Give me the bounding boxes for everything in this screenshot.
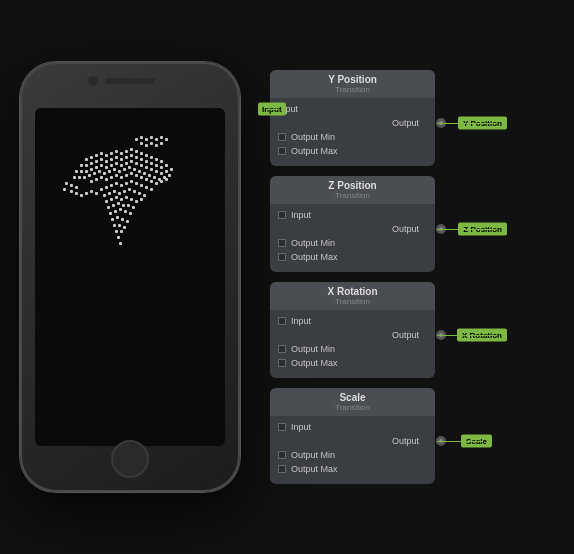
- svg-rect-84: [140, 176, 143, 179]
- scale-min-checkbox[interactable]: [278, 451, 286, 459]
- x-rotation-input-checkbox[interactable]: [278, 317, 286, 325]
- z-position-min-checkbox[interactable]: [278, 239, 286, 247]
- z-position-row-min: Output Min: [278, 238, 427, 248]
- svg-rect-34: [75, 170, 78, 173]
- x-rotation-row-min: Output Min: [278, 344, 427, 354]
- svg-rect-140: [65, 182, 68, 185]
- z-position-input-label: Input: [291, 210, 311, 220]
- x-rotation-output-text: Output: [392, 330, 419, 340]
- svg-rect-124: [109, 212, 112, 215]
- x-rotation-min-checkbox[interactable]: [278, 345, 286, 353]
- svg-rect-82: [130, 172, 133, 175]
- svg-rect-27: [135, 156, 138, 159]
- x-rotation-input-row: Input: [278, 316, 427, 326]
- svg-rect-58: [93, 172, 96, 175]
- z-position-subtitle: Transition: [278, 191, 427, 200]
- svg-rect-108: [138, 192, 141, 195]
- x-rotation-output-line: [437, 335, 497, 336]
- svg-rect-95: [125, 182, 128, 185]
- svg-rect-7: [120, 152, 123, 155]
- scale-body: Input Output Scale Output Min Output Max: [270, 416, 435, 484]
- svg-rect-138: [117, 236, 120, 239]
- svg-rect-145: [80, 194, 83, 197]
- svg-rect-91: [105, 186, 108, 189]
- svg-rect-11: [140, 152, 143, 155]
- svg-rect-59: [98, 170, 101, 173]
- svg-rect-112: [115, 196, 118, 199]
- scale-row-min: Output Min: [278, 450, 427, 460]
- scale-max-checkbox[interactable]: [278, 465, 286, 473]
- nodes-container: Y Position Transition Input Input Output: [270, 70, 435, 484]
- svg-rect-142: [75, 186, 78, 189]
- svg-rect-147: [90, 190, 93, 193]
- y-position-max-checkbox[interactable]: [278, 147, 286, 155]
- svg-rect-47: [140, 164, 143, 167]
- phone: [20, 62, 240, 492]
- y-position-min-label: Output Min: [291, 132, 335, 142]
- scale-max-label: Output Max: [291, 464, 338, 474]
- svg-rect-114: [125, 196, 128, 199]
- svg-rect-51: [160, 172, 163, 175]
- y-position-subtitle: Transition: [278, 85, 427, 94]
- x-rotation-body: Input Output X Rotation Output Min Outpu…: [270, 310, 435, 378]
- svg-rect-129: [111, 218, 114, 221]
- z-position-max-checkbox[interactable]: [278, 253, 286, 261]
- svg-rect-44: [125, 162, 128, 165]
- y-position-input-line: [267, 109, 278, 110]
- svg-rect-67: [138, 170, 141, 173]
- z-position-input-checkbox[interactable]: [278, 211, 286, 219]
- svg-rect-99: [145, 186, 148, 189]
- svg-rect-49: [150, 168, 153, 171]
- x-rotation-subtitle: Transition: [278, 297, 427, 306]
- x-rotation-output-row: Output X Rotation: [278, 330, 427, 340]
- svg-rect-16: [80, 164, 83, 167]
- svg-rect-139: [119, 242, 122, 245]
- svg-rect-109: [143, 194, 146, 197]
- svg-rect-94: [120, 184, 123, 187]
- svg-rect-29: [145, 160, 148, 163]
- scale-output-line: [437, 441, 483, 442]
- world-map: [35, 108, 225, 446]
- svg-rect-87: [155, 182, 158, 185]
- x-rotation-max-checkbox[interactable]: [278, 359, 286, 367]
- svg-rect-52: [165, 170, 168, 173]
- svg-rect-8: [125, 150, 128, 153]
- x-rotation-node: X Rotation Transition Input Output X Rot…: [270, 282, 435, 378]
- svg-rect-70: [153, 176, 156, 179]
- z-position-output-row: Output Z Position: [278, 224, 427, 234]
- svg-rect-105: [123, 190, 126, 193]
- svg-rect-156: [165, 138, 168, 141]
- svg-rect-10: [135, 150, 138, 153]
- svg-rect-30: [150, 162, 153, 165]
- svg-rect-161: [160, 142, 163, 145]
- phone-camera: [88, 76, 98, 86]
- svg-rect-38: [95, 166, 98, 169]
- svg-rect-79: [115, 174, 118, 177]
- svg-rect-113: [120, 198, 123, 201]
- svg-rect-153: [150, 136, 153, 139]
- phone-home-button[interactable]: [111, 440, 149, 478]
- svg-rect-60: [103, 172, 106, 175]
- svg-rect-74: [90, 180, 93, 183]
- svg-rect-19: [95, 160, 98, 163]
- svg-rect-56: [83, 176, 86, 179]
- svg-rect-32: [160, 166, 163, 169]
- svg-rect-78: [110, 176, 113, 179]
- z-position-input-row: Input: [278, 210, 427, 220]
- z-position-output-text: Output: [392, 224, 419, 234]
- svg-rect-110: [105, 200, 108, 203]
- y-position-min-checkbox[interactable]: [278, 133, 286, 141]
- svg-rect-64: [123, 168, 126, 171]
- svg-rect-143: [70, 190, 73, 193]
- scale-output-text: Output: [392, 436, 419, 446]
- svg-rect-22: [110, 158, 113, 161]
- svg-rect-88: [160, 180, 163, 183]
- svg-rect-81: [125, 174, 128, 177]
- svg-rect-128: [129, 212, 132, 215]
- svg-rect-21: [105, 160, 108, 163]
- svg-rect-98: [140, 184, 143, 187]
- svg-rect-117: [140, 198, 143, 201]
- svg-rect-85: [145, 178, 148, 181]
- svg-rect-5: [110, 152, 113, 155]
- scale-input-checkbox[interactable]: [278, 423, 286, 431]
